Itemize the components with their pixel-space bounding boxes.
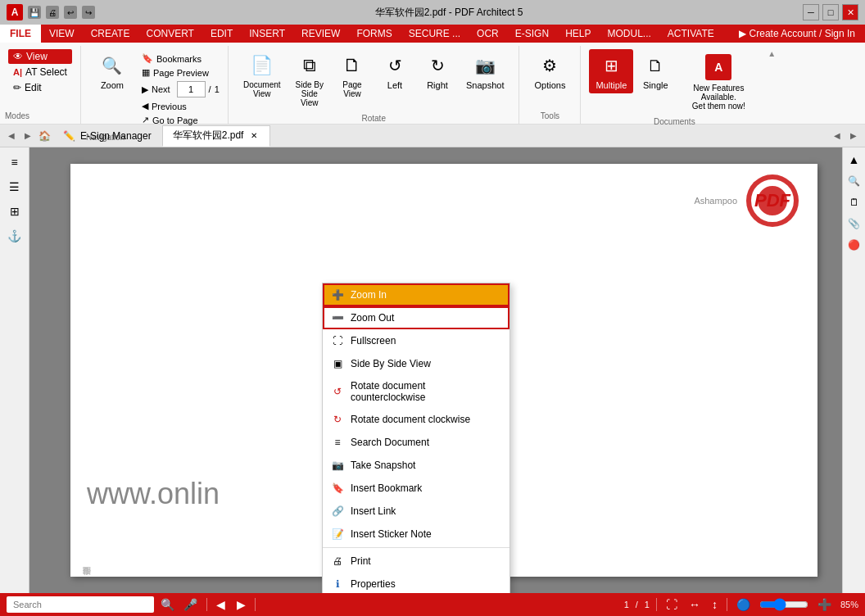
tab-right-button[interactable]: ▶ bbox=[20, 128, 36, 144]
ctx-search[interactable]: ≡ Search Document bbox=[323, 431, 509, 454]
ribbon-collapse[interactable]: ▲ bbox=[768, 46, 784, 124]
rotate-section: 📄 DocumentView ⧉ Side BySideView 🗋 PageV… bbox=[229, 46, 520, 124]
status-separator-4 bbox=[727, 598, 727, 611]
ctx-insert-bookmark[interactable]: 🔖 Insert Bookmark bbox=[323, 477, 509, 500]
view-menu[interactable]: VIEW bbox=[41, 25, 83, 43]
search-input[interactable] bbox=[7, 596, 154, 613]
bookmarks-button[interactable]: 🔖 Bookmarks bbox=[138, 52, 220, 65]
ocr-menu[interactable]: OCR bbox=[469, 25, 507, 43]
tab-expand2-button[interactable]: ▶ bbox=[845, 128, 862, 144]
document-view-icon: 📄 bbox=[249, 52, 275, 79]
undo-icon[interactable]: ↩ bbox=[64, 6, 77, 19]
status-page-num: 1 bbox=[624, 600, 629, 609]
ctx-rotate-cw-label: Rotate document clockwise bbox=[351, 414, 470, 425]
rotate-right-button[interactable]: ↻ Right bbox=[417, 49, 458, 93]
select-mode-button[interactable]: A| AT Select bbox=[8, 65, 72, 79]
home-tab-button[interactable]: 🏠 bbox=[36, 128, 52, 144]
ctx-snapshot[interactable]: 📷 Take Snapshot bbox=[323, 454, 509, 477]
redo-icon[interactable]: ↪ bbox=[82, 6, 95, 19]
pdf-tab[interactable]: 华军软件园2.pdf ✕ bbox=[162, 125, 271, 147]
esign-menu[interactable]: E-SIGN bbox=[507, 25, 557, 43]
ctx-zoom-out-label: Zoom Out bbox=[351, 312, 394, 324]
file-menu[interactable]: FILE bbox=[0, 25, 41, 43]
status-prev-button[interactable]: ◀ bbox=[214, 598, 228, 611]
esign-tab[interactable]: ✏️ E-Sign Manager bbox=[52, 125, 162, 147]
sidebar-anchor-button[interactable]: ⚓ bbox=[3, 224, 26, 247]
right-search-button[interactable]: 🔍 bbox=[845, 172, 863, 190]
ctx-rotate-ccw[interactable]: ↺ Rotate document counterclockwise bbox=[323, 375, 509, 408]
pdf-tab-close[interactable]: ✕ bbox=[248, 130, 260, 142]
print-icon[interactable]: 🖨 bbox=[46, 6, 59, 19]
ctx-link-label: Insert Link bbox=[351, 505, 396, 517]
tab-expand-button[interactable]: ◀ bbox=[829, 128, 845, 144]
page-number-input[interactable] bbox=[177, 81, 206, 97]
right-collapse-button[interactable]: ▲ bbox=[845, 151, 863, 169]
options-button[interactable]: ⚙ Options bbox=[528, 49, 572, 93]
create-menu[interactable]: CREATE bbox=[83, 25, 138, 43]
ctx-insert-link[interactable]: 🔗 Insert Link bbox=[323, 500, 509, 523]
ashampoo-label: Ashampoo bbox=[694, 196, 737, 206]
esign-tab-label: E-Sign Manager bbox=[80, 130, 152, 142]
convert-menu[interactable]: CONVERT bbox=[138, 25, 202, 43]
single-doc-button[interactable]: 🗋 Single bbox=[635, 49, 676, 93]
document-view-button[interactable]: 📄 DocumentView bbox=[237, 49, 288, 102]
view-mode-button[interactable]: 👁 View bbox=[8, 49, 72, 64]
status-fit-width-button[interactable]: ↔ bbox=[686, 598, 703, 611]
ctx-properties-label: Properties bbox=[351, 578, 396, 590]
rotate-left-button[interactable]: ↺ Left bbox=[374, 49, 415, 93]
status-separator-2 bbox=[255, 598, 256, 611]
status-fit-height-button[interactable]: ↕ bbox=[709, 598, 720, 611]
page-view-button[interactable]: 🗋 PageView bbox=[332, 49, 373, 102]
search-icon[interactable]: 🔍 bbox=[161, 598, 174, 611]
page-preview-button[interactable]: ▦ Page Preview bbox=[138, 66, 220, 79]
status-fit-page-button[interactable]: ⛶ bbox=[663, 598, 680, 611]
edit-menu[interactable]: EDIT bbox=[202, 25, 241, 43]
multiple-icon: ⊞ bbox=[598, 52, 624, 79]
sidebar-layers-button[interactable]: ⊞ bbox=[3, 200, 26, 223]
sidebar-thumbnails-button[interactable]: ☰ bbox=[3, 175, 26, 198]
ctx-zoom-in[interactable]: ➕ Zoom In bbox=[323, 283, 509, 306]
voice-search-icon[interactable]: 🎤 bbox=[181, 598, 200, 611]
activate-menu[interactable]: ACTIVATE bbox=[659, 25, 722, 43]
ctx-insert-sticker[interactable]: 📝 Insert Sticker Note bbox=[323, 523, 509, 546]
window-controls: ─ □ ✕ bbox=[803, 4, 858, 20]
create-account-link[interactable]: ▶ Create Account / Sign In bbox=[729, 28, 865, 39]
rotate-label: Rotate bbox=[361, 114, 385, 126]
zoom-out-status-button[interactable]: 🔵 bbox=[734, 598, 753, 611]
next-button[interactable]: ▶ Next bbox=[138, 84, 174, 96]
ctx-side-by-side-label: Side By Side View bbox=[351, 358, 431, 369]
sidebar-pages-button[interactable]: ≡ bbox=[3, 151, 26, 174]
forms-menu[interactable]: FORMS bbox=[348, 25, 400, 43]
edit-mode-button[interactable]: ✏ Edit bbox=[8, 80, 72, 95]
multiple-docs-button[interactable]: ⊞ Multiple bbox=[589, 49, 633, 93]
ctx-side-by-side[interactable]: ▣ Side By Side View bbox=[323, 352, 509, 375]
modul-menu[interactable]: MODUL... bbox=[599, 25, 659, 43]
zoom-button[interactable]: 🔍 Zoom bbox=[93, 49, 132, 93]
right-notes-button[interactable]: 🗒 bbox=[845, 193, 863, 211]
help-menu[interactable]: HELP bbox=[557, 25, 599, 43]
minimize-button[interactable]: ─ bbox=[803, 4, 819, 20]
insert-menu[interactable]: INSERT bbox=[241, 25, 293, 43]
close-button[interactable]: ✕ bbox=[842, 4, 858, 20]
save-icon[interactable]: 💾 bbox=[28, 6, 41, 19]
right-attach-button[interactable]: 📎 bbox=[845, 215, 863, 233]
ctx-properties[interactable]: ℹ Properties bbox=[323, 573, 509, 593]
new-features-button[interactable]: A New Features Available.Get them now! bbox=[677, 49, 759, 114]
edit-icon: ✏ bbox=[13, 82, 21, 93]
snapshot-button[interactable]: 📷 Snapshot bbox=[460, 49, 510, 93]
ctx-fullscreen[interactable]: ⛶ Fullscreen bbox=[323, 329, 509, 352]
tab-left-button[interactable]: ◀ bbox=[3, 128, 20, 144]
ctx-print[interactable]: 🖨 Print bbox=[323, 550, 509, 573]
previous-button[interactable]: ◀ Previous bbox=[138, 100, 220, 112]
zoom-in-status-button[interactable]: ➕ bbox=[815, 598, 834, 611]
review-menu[interactable]: REVIEW bbox=[293, 25, 348, 43]
status-next-button[interactable]: ▶ bbox=[234, 598, 248, 611]
maximize-button[interactable]: □ bbox=[822, 4, 839, 20]
side-by-side-button[interactable]: ⧉ Side BySideView bbox=[289, 49, 330, 111]
zoom-slider[interactable] bbox=[759, 598, 808, 611]
right-stamp-button[interactable]: 🔴 bbox=[845, 236, 863, 254]
ctx-rotate-cw[interactable]: ↻ Rotate document clockwise bbox=[323, 408, 509, 431]
modes-section: 👁 View A| AT Select ✏ Edit Modes bbox=[0, 46, 81, 124]
ctx-zoom-out[interactable]: ➖ Zoom Out bbox=[323, 306, 509, 329]
secure-menu[interactable]: SECURE ... bbox=[401, 25, 469, 43]
